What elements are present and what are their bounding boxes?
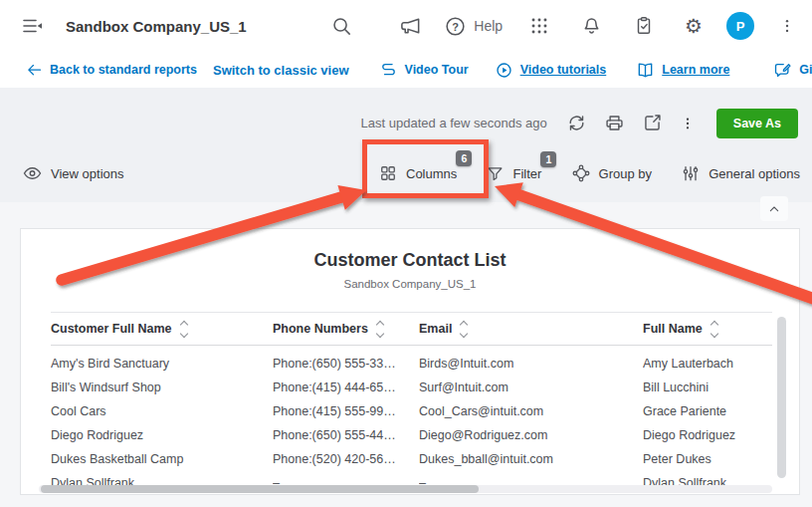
table-cell: Diego Rodriguez	[51, 428, 273, 442]
chevron-up-icon	[766, 201, 782, 217]
general-options-label: General options	[709, 166, 800, 181]
collapse-header-button[interactable]	[760, 196, 788, 221]
back-link-label: Back to standard reports	[50, 63, 197, 77]
column-header-label: Email	[419, 322, 452, 336]
sort-icon	[377, 322, 383, 337]
table-cell: Phone:(415) 555-99…	[273, 404, 419, 418]
table-row: Bill's Windsurf ShopPhone:(415) 444-65…S…	[51, 376, 772, 399]
table-row: Diego RodriguezPhone:(650) 555-44…Diego@…	[51, 423, 772, 447]
help-label: Help	[474, 18, 503, 34]
view-options-button[interactable]: View options	[22, 163, 123, 184]
column-header-email[interactable]: Email	[419, 322, 643, 337]
topbar-actions: ? Help	[330, 12, 796, 40]
table-cell: Phone:(415) 444-65…	[273, 380, 419, 394]
print-icon[interactable]	[604, 113, 625, 133]
table-cell: Peter Dukes	[643, 452, 772, 466]
column-header-customer-full-name[interactable]: Customer Full Name	[51, 322, 273, 337]
apps-grid-icon[interactable]	[528, 15, 550, 37]
table-cell: Surf@Intuit.com	[419, 380, 643, 394]
sort-icon	[711, 322, 717, 337]
video-tour-label: Video Tour	[405, 63, 469, 77]
filter-count-badge: 1	[540, 151, 556, 167]
gear-glyph: ⚙	[685, 16, 703, 36]
learn-more-link[interactable]: Learn more	[636, 61, 729, 80]
report-card: Customer Contact List Sandbox Company_US…	[20, 228, 800, 495]
table-header-row: Customer Full Name Phone Numbers Email F…	[51, 312, 772, 346]
table-cell: Amy's Bird Sanctuary	[51, 357, 273, 371]
annotation-highlight-box	[362, 139, 489, 198]
feedback-icon	[773, 61, 792, 80]
switch-classic-label: Switch to classic view	[213, 63, 349, 78]
table-cell: Amy Lauterbach	[643, 357, 772, 371]
view-options-label: View options	[51, 166, 123, 181]
give-feedback-link[interactable]: Give feedback	[773, 61, 812, 80]
help-button[interactable]: ? Help	[444, 15, 503, 38]
filter-label: Filter	[512, 166, 541, 181]
group-by-button[interactable]: Group by	[571, 163, 652, 183]
avatar[interactable]: P	[726, 12, 754, 40]
company-name: Sandbox Company_US_1	[66, 18, 247, 35]
table-cell: Dukes Basketball Camp	[51, 452, 273, 466]
table-cell: Grace Pariente	[643, 404, 772, 418]
report-link-bar: Back to standard reports Switch to class…	[0, 52, 812, 88]
vertical-scrollbar-thumb[interactable]	[777, 317, 786, 478]
table-cell: Cool_Cars@intuit.com	[419, 404, 643, 418]
horizontal-scrollbar-thumb[interactable]	[41, 485, 479, 493]
table-row: Cool CarsPhone:(415) 555-99…Cool_Cars@in…	[51, 399, 772, 423]
toolbar-actions-row: Last updated a few seconds ago	[0, 88, 812, 144]
group-by-icon	[571, 163, 591, 183]
video-tutorials-label: Video tutorials	[520, 63, 607, 77]
video-tour-icon	[379, 61, 398, 80]
table-cell: Bill Lucchini	[643, 380, 772, 394]
save-as-button[interactable]: Save As	[716, 109, 798, 138]
table-cell: Phone:(520) 420-56…	[273, 452, 419, 466]
sliders-icon	[681, 163, 701, 183]
kebab-menu-icon[interactable]	[778, 16, 796, 36]
table-row: Dukes Basketball CampPhone:(520) 420-56……	[51, 447, 772, 471]
export-icon[interactable]	[642, 113, 663, 133]
book-icon	[636, 61, 655, 80]
group-by-label: Group by	[599, 166, 652, 181]
back-to-standard-reports-link[interactable]: Back to standard reports	[26, 62, 197, 79]
search-icon[interactable]	[330, 15, 353, 38]
switch-to-classic-view-link[interactable]: Switch to classic view	[213, 63, 349, 78]
learn-more-label: Learn more	[662, 63, 729, 77]
play-circle-icon	[495, 61, 513, 80]
last-updated-text: Last updated a few seconds ago	[361, 116, 547, 130]
gear-icon[interactable]: ⚙	[685, 16, 703, 36]
announcements-megaphone-icon[interactable]	[399, 15, 422, 38]
video-tour-link[interactable]: Video Tour	[379, 61, 469, 80]
eye-icon	[22, 163, 43, 184]
more-options-kebab-icon[interactable]	[680, 114, 696, 133]
column-header-label: Customer Full Name	[51, 322, 172, 336]
table-cell: Birds@Intuit.com	[419, 357, 643, 371]
filter-funnel-icon	[486, 164, 505, 183]
top-app-bar: Sandbox Company_US_1 ? Help	[0, 0, 812, 52]
filter-button[interactable]: Filter 1	[486, 164, 541, 183]
column-header-full-name[interactable]: Full Name	[643, 322, 772, 337]
sort-icon	[181, 322, 187, 337]
svg-text:?: ?	[452, 20, 459, 32]
table-cell: Diego Rodriguez	[643, 428, 772, 442]
quickbooks-report-page: Sandbox Company_US_1 ? Help	[0, 0, 812, 507]
table-cell: Phone:(650) 555-33…	[273, 357, 419, 371]
horizontal-scrollbar-track	[39, 485, 772, 493]
table-cell: Bill's Windsurf Shop	[51, 380, 273, 394]
report-subtitle: Sandbox Company_US_1	[21, 278, 799, 290]
general-options-button[interactable]: General options	[681, 163, 800, 183]
table-cell: Diego@Rodriguez.com	[419, 428, 643, 442]
refresh-icon[interactable]	[566, 113, 587, 133]
sort-icon	[461, 322, 467, 337]
video-tutorials-link[interactable]: Video tutorials	[495, 61, 607, 80]
table-cell: Phone:(650) 555-44…	[273, 428, 419, 442]
table-cell: Cool Cars	[51, 404, 273, 418]
give-feedback-label: Give feedback	[799, 63, 812, 77]
hamburger-menu-icon[interactable]	[18, 12, 46, 40]
tasks-clipboard-icon[interactable]	[633, 15, 655, 37]
report-title: Customer Contact List	[21, 250, 799, 271]
column-header-label: Phone Numbers	[273, 322, 368, 336]
column-header-phone-numbers[interactable]: Phone Numbers	[273, 322, 419, 337]
column-header-label: Full Name	[643, 322, 703, 336]
table-body: Amy's Bird SanctuaryPhone:(650) 555-33…B…	[51, 347, 772, 495]
notifications-bell-icon[interactable]	[580, 15, 603, 38]
